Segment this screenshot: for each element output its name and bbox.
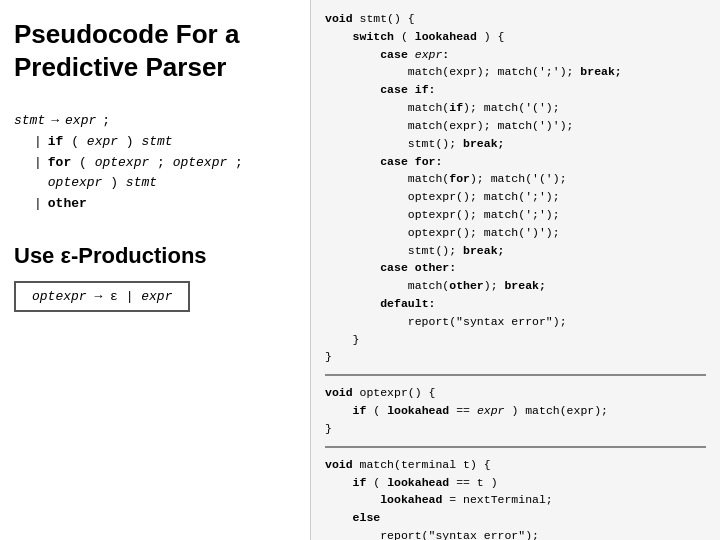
grammar-pipe-1: | [34,132,42,153]
epsilon-block: Use ε-Productions optexpr → ε | expr [14,243,296,312]
title-line2: Predictive Parser [14,52,226,82]
main-container: Pseudocode For a Predictive Parser stmt … [0,0,720,540]
grammar-rule-4: other [48,194,87,215]
grammar-pipe-2: | [34,153,42,174]
epsilon-rule-box: optexpr → ε | expr [14,281,190,312]
grammar-row-3: | for ( optexpr ; optexpr ; optexpr ) st… [14,153,296,195]
optexpr-expr: expr [141,289,172,304]
title-line1: Pseudocode For a [14,19,239,49]
epsilon-title: Use ε-Productions [14,243,296,269]
grammar-arrow-1: → [51,111,59,132]
right-panel: void stmt() { switch ( lookahead ) { cas… [310,0,720,540]
left-panel: Pseudocode For a Predictive Parser stmt … [0,0,310,540]
code-block-match: void match(terminal t) { if ( lookahead … [325,456,706,540]
grammar-row-4: | other [14,194,296,215]
grammar-pipe-3: | [34,194,42,215]
divider-1 [325,374,706,376]
grammar-rule-3: for ( optexpr ; optexpr ; optexpr ) stmt [48,153,296,195]
optexpr-label: optexpr [32,289,87,304]
grammar-row-1: stmt → expr ; [14,111,296,132]
page-title: Pseudocode For a Predictive Parser [14,18,296,83]
code-block-stmt: void stmt() { switch ( lookahead ) { cas… [325,10,706,366]
epsilon-arrow: → ε | [94,289,141,304]
grammar-stmt: stmt [14,111,45,132]
divider-2 [325,446,706,448]
grammar-row-2: | if ( expr ) stmt [14,132,296,153]
grammar-rule-2: if ( expr ) stmt [48,132,173,153]
grammar-block: stmt → expr ; | if ( expr ) stmt | for (… [14,111,296,215]
title-block: Pseudocode For a Predictive Parser [14,18,296,83]
code-block-optexpr: void optexpr() { if ( lookahead == expr … [325,384,706,437]
grammar-rule-1: expr [65,111,96,132]
